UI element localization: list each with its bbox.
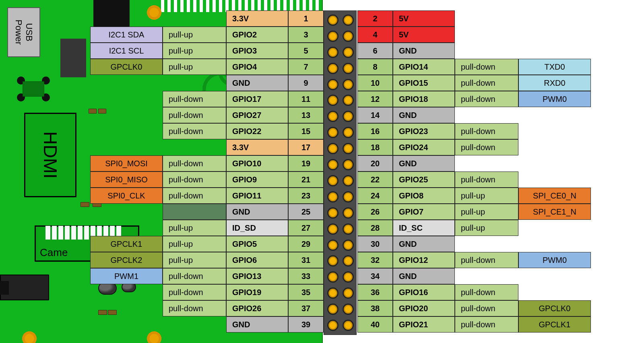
gpio-name: ID_SC: [393, 220, 455, 236]
hdmi-port: HDMI: [24, 113, 76, 197]
header-pin: [343, 320, 354, 331]
mount-hole-icon: [21, 330, 38, 343]
gpio-name: GPIO22: [226, 123, 288, 139]
pull-mode: pull-up: [455, 220, 518, 236]
pin-number: 24: [357, 188, 393, 204]
header-pin: [327, 111, 339, 122]
pull-mode: pull-up: [163, 27, 226, 43]
alt-fn: GPCLK0: [90, 59, 163, 75]
header-pin: [327, 175, 339, 186]
pull-mode: pull-up: [163, 59, 226, 75]
gpio-name: GPIO12: [393, 252, 455, 268]
pin-number: 5: [288, 43, 324, 59]
alt-fn: [90, 284, 163, 300]
pin-number: 39: [288, 316, 324, 333]
gpio-name: GPIO11: [226, 188, 288, 204]
alt-fn: SPI_CE0_N: [518, 188, 591, 204]
gpio-name: GPIO14: [393, 59, 455, 75]
pin-row: 32GPIO12pull-downPWM0: [357, 252, 591, 268]
alt-fn: [90, 220, 163, 236]
pull-mode: pull-down: [455, 252, 518, 268]
usb-power-port: USB Power: [7, 7, 40, 57]
pin-number: 13: [288, 107, 324, 123]
alt-fn: [518, 172, 591, 188]
pull-mode: pull-up: [163, 220, 226, 236]
pin-number: 37: [288, 300, 324, 316]
header-pin: [343, 47, 354, 58]
pinout-left: 3.3V1I2C1 SDApull-upGPIO23I2C1 SCLpull-u…: [90, 10, 324, 333]
gpio-name: GPIO19: [226, 284, 288, 300]
header-pin: [343, 79, 354, 90]
pin-number: 2: [357, 10, 393, 27]
gpio-name: GPIO21: [393, 316, 455, 333]
pin-number: 9: [288, 75, 324, 91]
header-pin: [343, 111, 354, 122]
gpio-name: 3.3V: [226, 10, 288, 27]
pin-row: pull-downGPIO2713: [90, 107, 324, 123]
pin-row: SPI0_MOSIpull-downGPIO1019: [90, 155, 324, 172]
pull-mode: pull-down: [455, 75, 518, 91]
gpio-name: 5V: [393, 27, 455, 43]
alt-fn: SPI0_MOSI: [90, 155, 163, 172]
pin-row: GPCLK1pull-upGPIO529: [90, 236, 324, 252]
gpio-name: GPIO8: [393, 188, 455, 204]
pin-row: 25V: [357, 10, 591, 27]
alt-fn: [90, 139, 163, 155]
pin-row: I2C1 SDApull-upGPIO23: [90, 27, 324, 43]
gpio-name: GPIO16: [393, 284, 455, 300]
pin-row: 12GPIO18pull-downPWM0: [357, 91, 591, 107]
alt-fn: [90, 10, 163, 27]
pull-mode: pull-down: [163, 188, 226, 204]
pin-number: 3: [288, 27, 324, 43]
alt-fn: SPI0_CLK: [90, 188, 163, 204]
pin-row: pull-upID_SD27: [90, 220, 324, 236]
header-pin: [327, 127, 339, 138]
pin-row: 24GPIO8pull-upSPI_CE0_N: [357, 188, 591, 204]
pull-mode: pull-down: [455, 59, 518, 75]
pin-number: 17: [288, 139, 324, 155]
gpio-name: GPIO23: [393, 123, 455, 139]
header-pin: [327, 191, 339, 202]
alt-fn: [90, 316, 163, 333]
pin-number: 7: [288, 59, 324, 75]
header-pin: [327, 207, 339, 219]
gpio-name: GPIO25: [393, 172, 455, 188]
gpio-name: GPIO17: [226, 91, 288, 107]
gpio-name: GPIO20: [393, 300, 455, 316]
pin-number: 14: [357, 107, 393, 123]
pin-number: 34: [357, 268, 393, 284]
pin-row: 14GND: [357, 107, 591, 123]
pin-number: 26: [357, 204, 393, 220]
header-pin: [327, 320, 339, 331]
gpio-name: GND: [226, 316, 288, 333]
pin-number: 19: [288, 155, 324, 172]
pull-mode: pull-down: [163, 155, 226, 172]
pin-row: GND25: [90, 204, 324, 220]
pull-mode: pull-down: [455, 284, 518, 300]
pin-row: pull-downGPIO2215: [90, 123, 324, 139]
pin-number: 28: [357, 220, 393, 236]
pin-number: 29: [288, 236, 324, 252]
gpio-name: GPIO18: [393, 91, 455, 107]
header-pin: [327, 31, 339, 42]
pin-row: I2C1 SCLpull-upGPIO35: [90, 43, 324, 59]
pin-row: 34GND: [357, 268, 591, 284]
pin-row: 22GPIO25pull-down: [357, 172, 591, 188]
pull-mode: pull-down: [455, 123, 518, 139]
gpio-name: GND: [226, 75, 288, 91]
pin-number: 16: [357, 123, 393, 139]
header-pin: [327, 95, 339, 106]
header-pin: [327, 79, 339, 90]
alt-fn: [90, 91, 163, 107]
pin-row: 3.3V1: [90, 10, 324, 27]
alt-fn: [518, 43, 591, 59]
alt-fn: I2C1 SDA: [90, 27, 163, 43]
alt-fn: [518, 107, 591, 123]
pin-row: 18GPIO24pull-down: [357, 139, 591, 155]
pin-number: 12: [357, 91, 393, 107]
pull-mode: pull-up: [455, 188, 518, 204]
gpio-name: ID_SD: [226, 220, 288, 236]
pin-number: 30: [357, 236, 393, 252]
alt-fn: SPI0_MISO: [90, 172, 163, 188]
audio-jack: [0, 275, 49, 300]
